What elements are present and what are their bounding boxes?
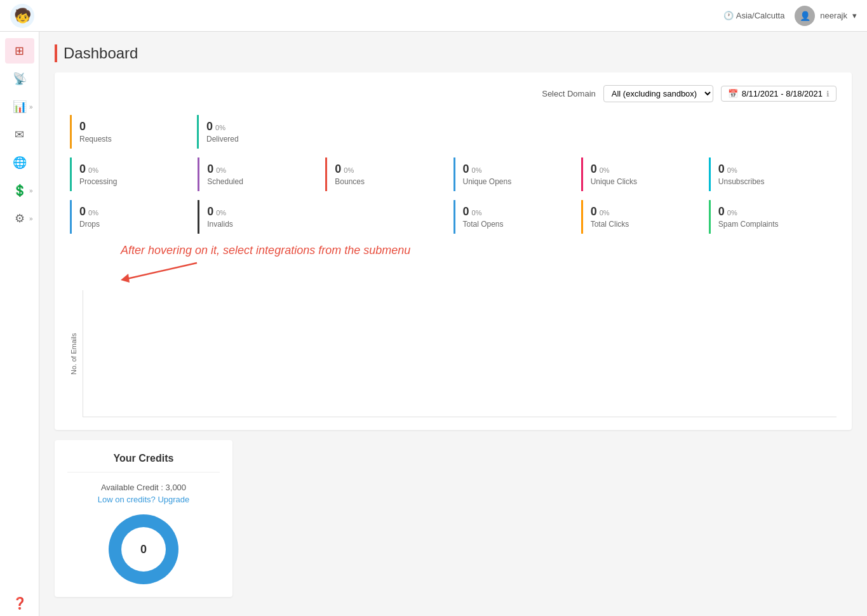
stat-spam-complaints: 0 0% Spam Complaints xyxy=(709,200,837,234)
svg-marker-1 xyxy=(121,274,130,283)
sidebar-item-billing[interactable]: 💲 » xyxy=(5,178,34,203)
stat-drops: 0 0% Drops xyxy=(70,200,198,234)
topbar-left: 🧒 xyxy=(10,4,34,28)
credits-section: Your Credits Available Credit : 3,000 Lo… xyxy=(55,440,852,597)
upgrade-link[interactable]: Low on credits? Upgrade xyxy=(98,495,190,504)
dropdown-arrow-icon: ▾ xyxy=(852,11,857,20)
sidebar: ⊞ 📡 📊 » ✉ 🌐 💲 » ⚙ » ❓ xyxy=(0,32,39,616)
campaigns-icon: ✉ xyxy=(15,128,24,142)
stat-bounces: 0 0% Bounces xyxy=(325,157,453,191)
annotation-text: After hovering on it, select integration… xyxy=(121,244,837,257)
stat-requests: 0 Requests xyxy=(70,115,197,149)
expand-arrow-icon: » xyxy=(29,104,33,110)
help-icon: ❓ xyxy=(13,596,27,610)
stats-row-3: 0 0% Drops 0 0% Invalids 0 0% xyxy=(70,200,837,234)
user-avatar: 👤 xyxy=(795,6,815,26)
credits-donut-wrapper: 0 xyxy=(67,514,220,584)
chart-area: No. of Emails xyxy=(70,290,837,417)
feeds-icon: 📡 xyxy=(13,72,27,86)
main-layout: ⊞ 📡 📊 » ✉ 🌐 💲 » ⚙ » ❓ Dashboard xyxy=(0,32,867,616)
topbar-right: 🕐 Asia/Calcutta 👤 neerajk ▾ xyxy=(723,6,857,26)
sidebar-item-dashboard[interactable]: ⊞ xyxy=(5,38,34,64)
date-range-label: 8/11/2021 - 8/18/2021 xyxy=(742,89,823,98)
delivered-label: Delivered xyxy=(206,135,239,144)
date-range-picker[interactable]: 📅 8/11/2021 - 8/18/2021 ℹ xyxy=(721,86,837,102)
sidebar-item-help[interactable]: ❓ xyxy=(5,591,34,616)
stat-processing: 0 0% Processing xyxy=(70,157,198,191)
stat-unique-clicks: 0 0% Unique Clicks xyxy=(581,157,709,191)
sidebar-item-reports[interactable]: 📊 » xyxy=(5,94,34,119)
domain-select-label: Select Domain xyxy=(542,89,596,98)
domain-dropdown[interactable]: All (excluding sandbox) All Sandbox xyxy=(603,85,713,102)
info-icon: ℹ xyxy=(826,90,830,98)
delivered-value: 0 xyxy=(206,120,213,133)
stat-invalids: 0 0% Invalids xyxy=(198,200,325,234)
user-menu[interactable]: 👤 neerajk ▾ xyxy=(795,6,857,26)
sidebar-item-contacts[interactable]: 🌐 xyxy=(5,150,34,175)
annotation-arrow-icon xyxy=(121,260,203,285)
settings-icon: ⚙ xyxy=(15,211,25,225)
stats-row-1: 0 Requests 0 0% Delivered xyxy=(70,115,837,149)
contacts-icon: 🌐 xyxy=(13,156,27,170)
page-title: Dashboard xyxy=(55,44,852,62)
requests-value: 0 xyxy=(79,120,86,133)
dashboard-icon: ⊞ xyxy=(15,44,24,58)
delivered-pct: 0% xyxy=(215,124,225,131)
calendar-icon: 📅 xyxy=(728,89,738,98)
stat-empty-1 xyxy=(325,200,453,234)
clock-icon: 🕐 xyxy=(723,11,734,20)
sidebar-item-feeds[interactable]: 📡 xyxy=(5,66,34,91)
stat-total-opens: 0 0% Total Opens xyxy=(454,200,581,234)
sidebar-item-settings[interactable]: ⚙ » xyxy=(5,206,34,231)
billing-expand-arrow-icon: » xyxy=(29,187,33,194)
credits-card: Your Credits Available Credit : 3,000 Lo… xyxy=(55,440,232,597)
credits-available: Available Credit : 3,000 xyxy=(67,483,220,492)
requests-label: Requests xyxy=(79,135,189,144)
settings-expand-arrow-icon: » xyxy=(29,215,33,222)
app-logo: 🧒 xyxy=(10,4,34,28)
svg-line-0 xyxy=(127,263,197,279)
stat-delivered: 0 0% Delivered xyxy=(197,115,246,149)
timezone-label: Asia/Calcutta xyxy=(736,11,785,20)
username-label: neerajk xyxy=(820,11,847,20)
sidebar-item-campaigns[interactable]: ✉ xyxy=(5,122,34,147)
filter-row: Select Domain All (excluding sandbox) Al… xyxy=(70,85,837,102)
billing-icon: 💲 xyxy=(13,184,27,198)
timezone-display: 🕐 Asia/Calcutta xyxy=(723,11,785,20)
credits-donut-chart: 0 xyxy=(109,514,178,584)
content-area: Dashboard Select Domain All (excluding s… xyxy=(39,32,867,616)
chart-body xyxy=(83,290,837,417)
credits-upgrade: Low on credits? Upgrade xyxy=(67,495,220,504)
credits-donut-value: 0 xyxy=(121,527,166,572)
stat-unsubscribes: 0 0% Unsubscribes xyxy=(709,157,837,191)
stat-scheduled: 0 0% Scheduled xyxy=(198,157,325,191)
chart-yaxis-label: No. of Emails xyxy=(70,290,83,417)
reports-icon: 📊 xyxy=(13,100,27,114)
stat-unique-opens: 0 0% Unique Opens xyxy=(454,157,581,191)
stats-card: Select Domain All (excluding sandbox) Al… xyxy=(55,72,852,430)
topbar: 🧒 🕐 Asia/Calcutta 👤 neerajk ▾ xyxy=(0,0,867,32)
annotation-area: After hovering on it, select integration… xyxy=(121,244,837,285)
stats-row-2: 0 0% Processing 0 0% Scheduled 0 0% xyxy=(70,157,837,191)
credits-title: Your Credits xyxy=(67,453,220,472)
stat-total-clicks: 0 0% Total Clicks xyxy=(581,200,709,234)
